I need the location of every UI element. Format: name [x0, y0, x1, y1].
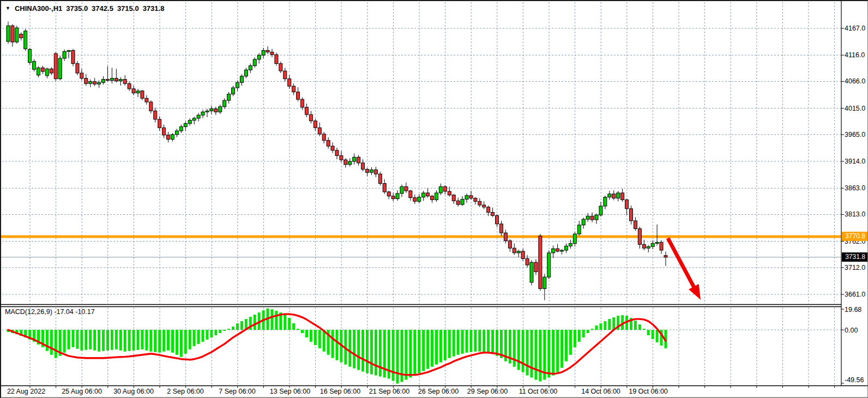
time-tick-label: 11 Oct 06:00	[519, 388, 558, 395]
ohlc-close-value: 3731.8	[143, 4, 165, 13]
time-tick-label: 14 Oct 06:00	[581, 388, 620, 395]
macd-tick-label: 0.00	[845, 327, 858, 334]
symbol-timeframe-label: CHINA300-,H1	[15, 4, 62, 13]
price-tick-label: 3863.0	[845, 184, 865, 192]
time-tick-label: 26 Sep 06:00	[418, 388, 459, 395]
price-tick-label: 3661.0	[845, 291, 865, 298]
time-tick-label: 29 Sep 06:00	[467, 388, 508, 395]
trend-arrow[interactable]	[668, 238, 701, 300]
time-tick-label: 22 Aug 2022	[7, 388, 45, 395]
macd-histogram	[7, 309, 667, 384]
time-tick-label: 30 Aug 06:00	[113, 388, 154, 395]
price-tick-label: 3712.0	[845, 264, 865, 272]
chart-canvas[interactable]	[1, 1, 868, 398]
price-tick-label: 4116.0	[845, 51, 865, 59]
ohlc-high-value: 3742.5	[92, 4, 113, 13]
time-tick-label: 25 Aug 06:00	[62, 388, 102, 395]
current-price-tag: 3731.8	[842, 252, 868, 262]
price-tick-label: 4015.0	[845, 105, 865, 112]
price-tick-label: 3914.0	[845, 158, 865, 165]
grid-horizontal	[2, 28, 841, 330]
collapse-chart-icon[interactable]: ▼	[5, 5, 10, 11]
time-tick-label: 7 Sep 06:00	[219, 388, 255, 395]
grid-vertical	[30, 2, 835, 385]
ohlc-open-value: 3735.0	[66, 4, 88, 13]
ohlc-low-value: 3715.0	[117, 4, 139, 13]
price-tick-label: 3813.0	[845, 210, 865, 218]
macd-tick-label: 19.68	[845, 306, 861, 313]
macd-tick-label: -49.56	[845, 376, 864, 384]
panel-separator[interactable]	[1, 305, 841, 307]
price-tick-label: 4066.0	[845, 77, 865, 85]
candles-series	[7, 21, 667, 300]
time-tick-label: 19 Oct 06:00	[629, 388, 668, 395]
symbol-header: ▼ CHINA300-,H1 3735.0 3742.5 3715.0 3731…	[5, 4, 168, 13]
macd-indicator-label: MACD(12,26,9) -17.04 -10.17	[5, 308, 95, 316]
time-tick-label: 16 Sep 06:00	[320, 388, 360, 395]
hline-price-tag: 3770.8	[842, 232, 868, 241]
time-tick-label: 2 Sep 06:00	[167, 388, 203, 395]
time-tick-label: 21 Sep 06:00	[369, 388, 409, 395]
price-tick-label: 3965.0	[845, 131, 865, 138]
chart-window: ▼ CHINA300-,H1 3735.0 3742.5 3715.0 3731…	[0, 0, 868, 398]
time-tick-label: 13 Sep 06:00	[270, 388, 310, 395]
price-tick-label: 4167.0	[845, 25, 865, 32]
